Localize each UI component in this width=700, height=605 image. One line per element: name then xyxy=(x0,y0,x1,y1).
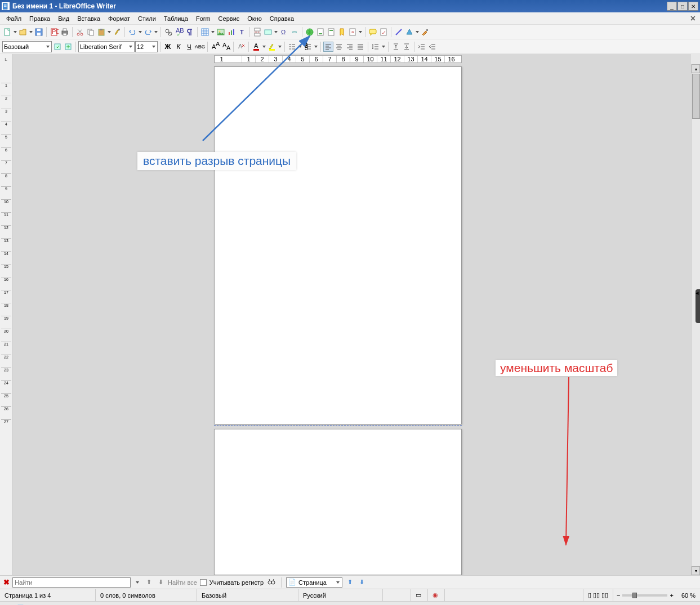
menu-format[interactable]: Формат xyxy=(104,14,134,23)
nav-next-button[interactable]: ⬇ xyxy=(357,578,366,587)
vertical-scrollbar[interactable]: ▴ ◂ ▾ xyxy=(691,64,700,575)
insert-footnote-icon[interactable] xyxy=(315,27,326,37)
menu-styles[interactable]: Стили xyxy=(134,14,160,23)
highlight-icon[interactable] xyxy=(267,42,277,52)
status-words[interactable]: 0 слов, 0 символов xyxy=(96,589,197,601)
font-name-combo[interactable]: Liberation Serif xyxy=(78,41,135,52)
decrease-para-spacing-icon[interactable] xyxy=(402,42,412,52)
menu-file[interactable]: Файл xyxy=(2,14,25,23)
undo-icon[interactable] xyxy=(127,27,137,37)
find-replace-icon[interactable] xyxy=(163,27,173,37)
find-input[interactable] xyxy=(12,577,131,588)
insert-table-icon[interactable] xyxy=(200,27,210,37)
bold-icon[interactable]: Ж xyxy=(163,42,173,52)
open-icon[interactable] xyxy=(18,27,28,37)
insert-cross-ref-icon[interactable] xyxy=(347,27,358,37)
find-dropdown[interactable] xyxy=(133,579,141,586)
close-button[interactable]: ✕ xyxy=(688,2,698,11)
find-close-button[interactable]: ✖ xyxy=(3,578,10,586)
bullet-list-icon[interactable] xyxy=(287,42,297,52)
menu-window[interactable]: Окно xyxy=(243,14,266,23)
decrease-indent-icon[interactable] xyxy=(427,42,438,52)
zoom-in-button[interactable]: + xyxy=(670,592,673,599)
paragraph-style-combo[interactable]: Базовый xyxy=(2,41,52,52)
align-center-icon[interactable] xyxy=(334,42,344,52)
underline-icon[interactable]: Ч xyxy=(184,42,194,52)
align-right-icon[interactable] xyxy=(345,42,355,52)
minimize-button[interactable]: _ xyxy=(667,2,677,11)
align-left-icon[interactable] xyxy=(323,42,333,52)
insert-textbox-icon[interactable]: T xyxy=(237,27,247,37)
update-style-icon[interactable] xyxy=(52,42,63,52)
insert-field-icon[interactable] xyxy=(263,27,273,37)
find-next-button[interactable]: ⬇ xyxy=(156,578,165,587)
font-color-dropdown[interactable] xyxy=(262,42,266,51)
italic-icon[interactable]: К xyxy=(173,42,184,52)
strikethrough-icon[interactable]: ABC xyxy=(195,42,205,52)
menu-table[interactable]: Таблица xyxy=(160,14,192,23)
nav-prev-button[interactable]: ⬆ xyxy=(345,578,354,587)
insert-page-break-icon[interactable] xyxy=(252,27,262,37)
copy-icon[interactable] xyxy=(86,27,96,37)
font-color-icon[interactable]: A xyxy=(251,42,261,52)
increase-para-spacing-icon[interactable] xyxy=(391,42,401,52)
document-view[interactable] xyxy=(12,64,691,575)
draw-line-icon[interactable] xyxy=(394,27,404,37)
export-pdf-icon[interactable]: PDF xyxy=(49,27,59,37)
status-language[interactable]: Русский xyxy=(298,589,383,601)
insert-endnote-icon[interactable] xyxy=(326,27,336,37)
show-draw-functions-icon[interactable] xyxy=(420,27,430,37)
zoom-out-button[interactable]: − xyxy=(617,592,620,599)
insert-hyperlink-icon[interactable] xyxy=(305,27,315,37)
crossref-dropdown[interactable] xyxy=(358,28,363,37)
status-page[interactable]: Страница 1 из 4 xyxy=(0,589,96,601)
menu-form[interactable]: Form xyxy=(192,14,215,23)
subscript-icon[interactable]: AA xyxy=(221,42,231,52)
undo-dropdown[interactable] xyxy=(138,28,142,37)
redo-icon[interactable] xyxy=(143,27,153,37)
insert-bookmark-icon[interactable] xyxy=(337,27,347,37)
menu-tools[interactable]: Сервис xyxy=(215,14,244,23)
cut-icon[interactable] xyxy=(75,27,85,37)
shapes-dropdown[interactable] xyxy=(415,28,420,37)
table-dropdown[interactable] xyxy=(211,28,215,37)
clone-formatting-icon[interactable] xyxy=(112,27,122,37)
insert-special-char-icon[interactable]: Ω xyxy=(279,27,289,37)
maximize-button[interactable]: □ xyxy=(677,2,688,11)
align-justify-icon[interactable] xyxy=(355,42,365,52)
field-dropdown[interactable] xyxy=(274,28,278,37)
new-document-icon[interactable] xyxy=(2,27,12,37)
bullet-dropdown[interactable] xyxy=(298,42,302,51)
match-case-checkbox[interactable] xyxy=(200,579,207,586)
spellcheck-icon[interactable]: ABC xyxy=(174,27,184,37)
status-signature[interactable]: ◉ xyxy=(428,589,445,601)
page-1[interactable] xyxy=(214,66,462,424)
status-selection-mode[interactable]: ▭ xyxy=(411,589,428,601)
page-2[interactable] xyxy=(214,429,462,575)
find-all-button[interactable]: Найти все xyxy=(168,579,197,586)
status-insert-mode[interactable] xyxy=(383,589,411,601)
menu-view[interactable]: Вид xyxy=(54,14,73,23)
paste-icon[interactable] xyxy=(96,27,106,37)
sidebar-handle[interactable]: ◂ xyxy=(695,289,700,323)
insert-symbol-icon[interactable] xyxy=(289,27,300,37)
superscript-icon[interactable]: AA xyxy=(210,42,220,52)
book-view-icon[interactable]: ▯▯ xyxy=(601,591,608,599)
basic-shapes-icon[interactable] xyxy=(404,27,414,37)
horizontal-ruler[interactable]: 112345678910111213141516 xyxy=(12,54,691,64)
status-style[interactable]: Базовый xyxy=(197,589,298,601)
insert-comment-icon[interactable] xyxy=(368,27,378,37)
scroll-up-button[interactable]: ▴ xyxy=(692,64,700,73)
paste-dropdown[interactable] xyxy=(107,28,112,37)
open-dropdown[interactable] xyxy=(29,28,33,37)
formatting-marks-icon[interactable] xyxy=(185,27,195,37)
vertical-ruler[interactable]: 1234567891011121314151617181920212223242… xyxy=(0,64,12,575)
highlight-dropdown[interactable] xyxy=(278,42,282,51)
track-changes-icon[interactable] xyxy=(378,27,389,37)
font-size-combo[interactable]: 12 xyxy=(135,41,158,52)
scroll-down-button[interactable]: ▾ xyxy=(692,566,700,575)
zoom-track[interactable] xyxy=(622,594,667,597)
new-dropdown[interactable] xyxy=(13,28,17,37)
menu-help[interactable]: Справка xyxy=(266,14,298,23)
number-dropdown[interactable] xyxy=(314,42,318,51)
